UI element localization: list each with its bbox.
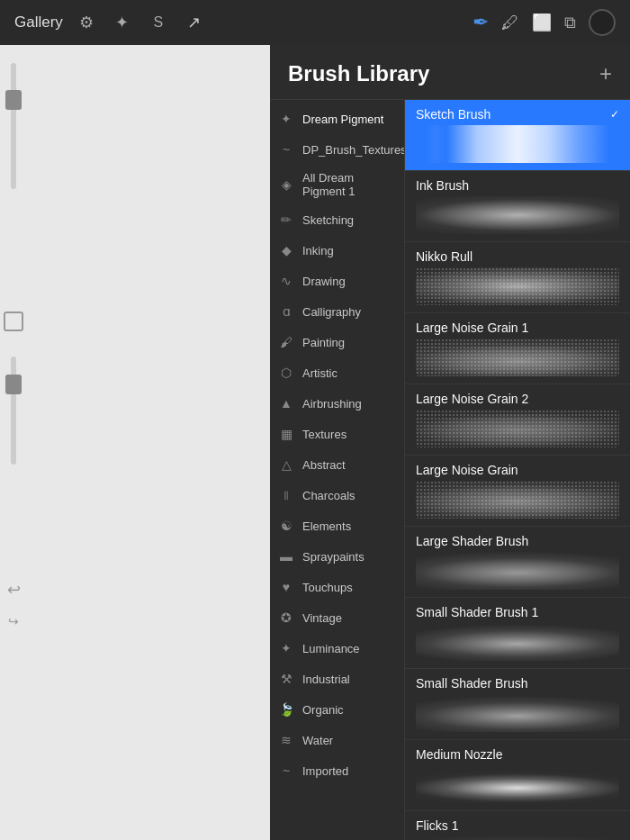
cat-icon-luminance: ✦ — [277, 639, 295, 657]
category-item-spraypaints[interactable]: ▬ Spraypaints — [270, 541, 404, 572]
category-item-water[interactable]: ≋ Water — [270, 725, 404, 755]
opacity-button[interactable] — [4, 312, 23, 331]
eraser-icon[interactable]: ⬜ — [532, 13, 552, 32]
arrow-icon[interactable]: ↗ — [182, 10, 207, 35]
panel-title: Brush Library — [288, 61, 429, 86]
category-item-artistic[interactable]: ⬡ Artistic — [270, 357, 404, 388]
brush-name-medium-nozzle: Medium Nozzle — [416, 747, 502, 762]
category-item-drawing[interactable]: ∿ Drawing — [270, 266, 404, 296]
category-item-sketching[interactable]: ✏ Sketching — [270, 204, 404, 235]
brush-library-panel: Brush Library + ✦ Dream Pigment ~ DP_Bru… — [270, 45, 630, 840]
category-item-imported[interactable]: ~ Imported — [270, 755, 404, 786]
brush-item-ink-brush[interactable]: Ink Brush — [405, 171, 630, 242]
cat-icon-vintage: ✪ — [277, 609, 295, 627]
brush-stroke-small-shader-brush — [416, 694, 619, 732]
brush-item-large-noise-grain-1[interactable]: Large Noise Grain 1 — [405, 313, 630, 384]
pen-blue-icon[interactable]: ✒ — [472, 11, 489, 34]
brush-name-large-shader-brush: Large Shader Brush — [416, 534, 528, 548]
opacity-slider[interactable] — [11, 357, 16, 465]
brush-item-large-shader-brush[interactable]: Large Shader Brush — [405, 527, 630, 598]
stylus-icon[interactable]: S — [146, 10, 171, 35]
brush-item-large-noise-grain-2[interactable]: Large Noise Grain 2 — [405, 384, 630, 456]
brush-stroke-small-shader-brush-1 — [416, 623, 619, 661]
brush-item-nikko-rull[interactable]: Nikko Rull — [405, 242, 630, 313]
brush-preview-large-noise-grain — [416, 481, 619, 519]
cat-icon-calligraphy: ɑ — [277, 303, 295, 321]
category-item-elements[interactable]: ☯ Elements — [270, 510, 404, 541]
cat-icon-artistic: ⬡ — [277, 364, 295, 382]
brush-selected-icon-sketch-brush: ✓ — [610, 108, 619, 121]
category-item-airbrushing[interactable]: ▲ Airbrushing — [270, 388, 404, 419]
brush-stroke-large-noise-grain-2 — [416, 410, 619, 447]
category-item-textures[interactable]: ▦ Textures — [270, 419, 404, 449]
cat-icon-charcoals: ⦀ — [277, 486, 295, 504]
category-item-touchups[interactable]: ♥ Touchups — [270, 572, 404, 602]
gallery-button[interactable]: Gallery — [14, 14, 63, 32]
cat-icon-all-dream: ◈ — [277, 176, 295, 194]
cat-icon-dp-brush: ~ — [277, 140, 295, 158]
brush-preview-nikko-rull — [416, 267, 619, 305]
category-item-calligraphy[interactable]: ɑ Calligraphy — [270, 296, 404, 327]
brush-item-medium-nozzle[interactable]: Medium Nozzle — [405, 740, 630, 811]
brush-name-flicks-1: Flicks 1 — [416, 818, 458, 833]
brush-item-header: Ink Brush — [416, 178, 619, 193]
category-item-all-dream[interactable]: ◈ All Dream Pigment 1 — [270, 165, 404, 204]
brush-name-ink-brush: Ink Brush — [416, 178, 469, 193]
cat-icon-drawing: ∿ — [277, 272, 295, 290]
cat-label-painting: Painting — [302, 336, 345, 349]
undo-button[interactable]: ↩ — [7, 580, 21, 600]
cat-label-airbrushing: Airbrushing — [302, 397, 362, 411]
adjustments-icon[interactable]: ✦ — [110, 10, 135, 35]
brush-item-header: Nikko Rull — [416, 249, 619, 264]
brush-item-header: Small Shader Brush — [416, 676, 619, 691]
brush-item-header: Large Noise Grain — [416, 463, 619, 477]
cat-label-touchups: Touchups — [302, 581, 353, 594]
color-picker[interactable] — [589, 9, 616, 36]
category-item-painting[interactable]: 🖌 Painting — [270, 327, 404, 357]
cat-label-dream-pigment: Dream Pigment — [302, 113, 383, 126]
brush-size-slider[interactable] — [11, 63, 16, 189]
opacity-thumb[interactable] — [5, 375, 22, 394]
brush-item-header: Medium Nozzle — [416, 747, 619, 762]
pen-icon[interactable]: 🖊 — [501, 13, 519, 33]
category-item-luminance[interactable]: ✦ Luminance — [270, 633, 404, 664]
brush-preview-large-noise-grain-1 — [416, 339, 619, 376]
brush-preview-large-shader-brush — [416, 552, 619, 590]
brush-name-large-noise-grain: Large Noise Grain — [416, 463, 518, 477]
category-item-organic[interactable]: 🍃 Organic — [270, 694, 404, 725]
category-item-vintage[interactable]: ✪ Vintage — [270, 602, 404, 633]
category-item-inking[interactable]: ◆ Inking — [270, 235, 404, 266]
brush-item-small-shader-brush-1[interactable]: Small Shader Brush 1 — [405, 598, 630, 669]
cat-label-dp-brush: DP_Brush_Textures_... — [302, 143, 405, 157]
cat-label-drawing: Drawing — [302, 275, 346, 288]
category-item-abstract[interactable]: △ Abstract — [270, 449, 404, 480]
category-item-industrial[interactable]: ⚒ Industrial — [270, 664, 404, 694]
category-item-dp-brush[interactable]: ~ DP_Brush_Textures_... — [270, 134, 404, 165]
wrench-icon[interactable]: ⚙ — [74, 10, 99, 35]
category-list: ✦ Dream Pigment ~ DP_Brush_Textures_... … — [270, 100, 405, 840]
brush-item-header: Small Shader Brush 1 — [416, 605, 619, 619]
cat-icon-water: ≋ — [277, 731, 295, 749]
cat-icon-imported: ~ — [277, 762, 295, 780]
brush-name-nikko-rull: Nikko Rull — [416, 249, 472, 264]
cat-label-elements: Elements — [302, 519, 351, 533]
cat-icon-touchups: ♥ — [277, 578, 295, 596]
brush-preview-flicks-1 — [416, 836, 619, 840]
brush-size-thumb[interactable] — [5, 90, 22, 110]
brush-item-flicks-1[interactable]: Flicks 1 — [405, 811, 630, 840]
brush-stroke-medium-nozzle — [416, 765, 619, 803]
layers-icon[interactable]: ⧉ — [564, 14, 576, 32]
redo-button[interactable]: ↪ — [8, 614, 19, 628]
brush-item-sketch-brush[interactable]: Sketch Brush ✓ — [405, 100, 630, 171]
brush-stroke-flicks-1 — [416, 836, 619, 840]
category-item-dream-pigment[interactable]: ✦ Dream Pigment — [270, 104, 404, 134]
brush-item-small-shader-brush[interactable]: Small Shader Brush — [405, 669, 630, 740]
brush-item-large-noise-grain[interactable]: Large Noise Grain — [405, 456, 630, 527]
brush-panel-body: ✦ Dream Pigment ~ DP_Brush_Textures_... … — [270, 100, 630, 840]
add-brush-button[interactable]: + — [599, 61, 612, 86]
cat-icon-dream-pigment: ✦ — [277, 110, 295, 128]
cat-label-imported: Imported — [302, 764, 348, 778]
brush-preview-sketch-brush — [416, 125, 619, 163]
cat-icon-sketching: ✏ — [277, 211, 295, 229]
category-item-charcoals[interactable]: ⦀ Charcoals — [270, 480, 404, 510]
